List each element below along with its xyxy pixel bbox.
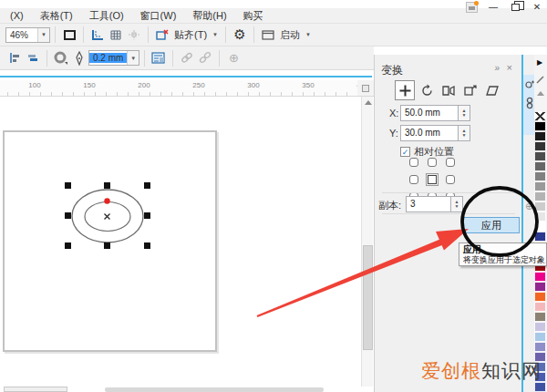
palette-swatch[interactable] — [534, 292, 546, 302]
palette-swatch[interactable] — [534, 312, 546, 322]
palette-swatch[interactable] — [534, 272, 546, 282]
palette-swatch[interactable] — [534, 302, 546, 312]
wrap-text-button[interactable] — [150, 49, 168, 67]
palette-swatch[interactable] — [534, 191, 546, 201]
y-spinner[interactable]: ▲▼ — [459, 125, 470, 141]
x-spinner[interactable]: ▲▼ — [459, 105, 470, 121]
eyedropper-icon[interactable] — [536, 75, 545, 84]
palette-swatch[interactable] — [534, 181, 546, 191]
horizontal-ruler[interactable]: 100150200250300350400 — [0, 80, 357, 97]
wrap-text-icon — [150, 51, 167, 66]
relative-position-checkbox[interactable]: ✓ — [400, 147, 410, 157]
palette-swatch[interactable] — [534, 342, 546, 352]
palette-swatch[interactable] — [534, 282, 546, 292]
show-guidelines-button[interactable] — [125, 26, 143, 44]
ruler-tick-label: 250 — [171, 81, 226, 89]
relative-position-label: 相对位置 — [414, 145, 454, 159]
size-mode-button[interactable] — [460, 80, 480, 100]
y-input[interactable]: 30.0 mm — [400, 125, 459, 141]
snap-to-label[interactable]: 贴齐(T) — [171, 28, 210, 42]
anchor-top[interactable] — [428, 158, 437, 167]
show-rulers-button[interactable] — [88, 26, 107, 44]
separator — [219, 50, 220, 67]
restore-button[interactable] — [509, 1, 521, 13]
panel-icon — [261, 28, 275, 42]
palette-swatch[interactable] — [534, 151, 546, 161]
menu-item[interactable]: 表格(T) — [32, 9, 81, 23]
ruler-origin-button[interactable] — [357, 80, 374, 97]
horizontal-scrollbar-thumb[interactable] — [105, 387, 324, 392]
anchor-top-left[interactable] — [409, 158, 418, 167]
palette-swatch[interactable] — [534, 222, 546, 232]
options-button[interactable]: ⚙ — [231, 26, 249, 44]
outline-width-value[interactable]: 0.2 mm — [89, 53, 127, 63]
separator — [55, 26, 56, 43]
launcher-panel-button[interactable] — [259, 26, 277, 44]
chevron-down-icon[interactable]: ▼ — [37, 28, 49, 42]
rotate-mode-button[interactable] — [417, 80, 437, 100]
scroll-up-icon[interactable] — [365, 100, 372, 105]
chevron-down-icon[interactable]: ▼ — [127, 51, 139, 65]
palette-scroll-up-icon[interactable] — [537, 91, 544, 96]
copies-spinner[interactable]: ▲▼ — [451, 196, 463, 212]
scale-mirror-mode-button[interactable] — [439, 80, 459, 100]
palette-swatch[interactable] — [534, 161, 546, 171]
scrollbar-thumb[interactable] — [363, 245, 373, 350]
palette-swatch[interactable] — [534, 131, 546, 141]
object-order-button[interactable] — [24, 49, 42, 67]
palette-flyout-icon[interactable]: ▶ — [537, 58, 542, 67]
menu-item[interactable]: (X) — [2, 10, 32, 21]
minimize-button[interactable]: — — [487, 1, 500, 13]
launch-label[interactable]: 启动 — [277, 28, 303, 42]
outline-width-combo[interactable]: 0.2 mm ▼ — [88, 50, 139, 66]
skew-mode-button[interactable] — [482, 80, 502, 100]
chevron-down-icon[interactable]: ▼ — [210, 32, 221, 37]
add-node-button[interactable]: ⊕ — [224, 49, 243, 67]
close-button[interactable]: ✕ — [531, 1, 543, 13]
watermark-highlight: 爱创根 — [421, 360, 481, 381]
docker-close-icon[interactable]: × — [507, 62, 512, 73]
anchor-left[interactable] — [409, 175, 418, 184]
unlink-curves-button[interactable] — [196, 49, 214, 67]
transform-tab-icon[interactable] — [524, 97, 534, 111]
page-navigator[interactable] — [4, 387, 67, 392]
palette-swatch[interactable] — [534, 171, 546, 181]
position-mode-button[interactable] — [395, 80, 415, 100]
copies-input[interactable]: 3 — [406, 196, 451, 212]
show-grid-button[interactable] — [107, 26, 125, 44]
align-icon — [7, 51, 22, 65]
vertical-scrollbar[interactable] — [361, 97, 373, 387]
menu-item[interactable]: 工具(O) — [81, 9, 132, 23]
separator — [83, 26, 84, 43]
palette-swatch[interactable] — [534, 332, 546, 342]
anchor-center[interactable] — [428, 175, 437, 184]
palette-swatch[interactable] — [534, 322, 546, 332]
x-input[interactable]: 50.0 mm — [400, 105, 459, 121]
color-proof-icon[interactable] — [524, 80, 534, 91]
menu-item[interactable]: 帮助(H) — [184, 9, 234, 23]
palette-swatch[interactable] — [534, 111, 546, 121]
docker-collapse-icon[interactable]: » — [494, 63, 500, 73]
palette-swatch[interactable] — [534, 141, 546, 151]
account-badge-icon[interactable] — [466, 2, 478, 13]
object-position-button[interactable] — [5, 49, 24, 67]
link-curves-button[interactable] — [178, 49, 196, 67]
apply-tooltip: 应用 将变换应用于选定对象。 — [459, 242, 547, 266]
snap-off-button[interactable] — [153, 26, 171, 44]
zoom-level-combo[interactable]: 46% ▼ — [5, 27, 50, 43]
anchor-right[interactable] — [446, 175, 455, 184]
menu-item[interactable]: 购买 — [235, 9, 272, 23]
ruler-tick-label: 100 — [7, 81, 62, 89]
property-bar: 0.2 mm ▼ ⊕ — [0, 46, 374, 70]
outline-style-button[interactable] — [52, 49, 70, 67]
anchor-top-right[interactable] — [446, 158, 455, 167]
palette-swatch[interactable] — [534, 121, 546, 131]
palette-swatch[interactable] — [534, 201, 546, 211]
palette-swatch[interactable] — [534, 211, 546, 222]
palette-swatch[interactable] — [534, 232, 546, 242]
apply-button[interactable]: 应用 — [463, 217, 520, 233]
fullscreen-preview-button[interactable] — [60, 26, 78, 44]
menu-item[interactable]: 窗口(W) — [132, 9, 185, 23]
outline-pen-button[interactable] — [70, 49, 88, 67]
chevron-down-icon[interactable]: ▼ — [303, 32, 314, 37]
